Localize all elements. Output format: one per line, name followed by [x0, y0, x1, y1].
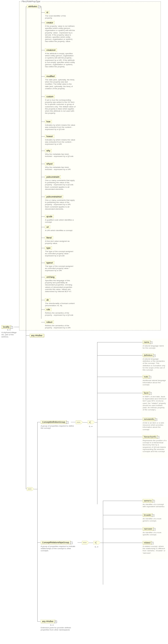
attributes-header: attributes −	[27, 5, 39, 8]
elem-sameAs: sameAs +	[143, 499, 153, 502]
collapse-icon[interactable]: −	[70, 542, 72, 544]
svg-point-7	[77, 422, 77, 422]
expand-icon[interactable]: +	[153, 354, 155, 357]
elem-note: note +	[143, 375, 149, 378]
desc-elem-hierarchyInfo: Represents the position of a concept in …	[143, 440, 166, 452]
element-locality: locality −	[2, 325, 11, 328]
desc-attr-howuri: Indicates by which means the value was e…	[45, 139, 76, 146]
expand-icon[interactable]: +	[155, 418, 157, 421]
desc-attr-qcode: A qualified code which identifies a conc…	[45, 219, 76, 223]
desc-attr-type: The type of the concept assigned as cont…	[45, 250, 76, 257]
occurrence: 0..∞	[95, 546, 98, 548]
elem-label: facet	[144, 392, 149, 394]
svg-point-4	[31, 489, 31, 489]
desc-attr-whyuri: Why the metadata has been included - exp…	[45, 166, 76, 170]
desc-attr-dir: The directionality of textual content (e…	[45, 302, 76, 306]
elem-hierarchyInfo: hierarchyInfo +	[143, 435, 157, 438]
attr-label: how	[46, 120, 50, 123]
attr-xmllang: xml:lang	[45, 276, 56, 279]
desc-elem-narrower: An identifier of a more specific concept…	[143, 532, 166, 536]
attr-role: role	[45, 308, 51, 311]
attr-whyuri: whyuri	[45, 162, 54, 166]
attr-pubconstraint: pubconstraint	[45, 175, 61, 178]
attr-label: modified	[46, 75, 55, 78]
elem-label: definition	[144, 354, 152, 356]
expand-icon[interactable]: +	[152, 514, 154, 517]
sequence-compositor-crg	[82, 540, 89, 545]
svg-point-18	[86, 542, 86, 543]
desc-locality: A city/town/village etc. part of the add…	[2, 332, 19, 338]
attr-roleuri: roleuri	[45, 320, 54, 324]
attr-label: pubconstrainturi	[46, 196, 62, 198]
choice-compositor-cdg	[88, 420, 95, 425]
group-label: ConceptRelationshipsGroup	[42, 541, 69, 544]
attr-label: whyuri	[46, 162, 53, 165]
attr-how: how	[45, 120, 52, 123]
desc-elem-broader: An identifier of a more generic concept.	[143, 518, 166, 522]
desc-attr-pubconstrainturi: One or many constraints that apply to pu…	[45, 199, 76, 210]
collapse-icon[interactable]: −	[66, 421, 68, 424]
attr-label: typeuri	[46, 262, 53, 264]
any-label: any ##other	[42, 620, 54, 622]
expand-icon[interactable]: +	[152, 500, 155, 502]
attr-label: type	[46, 247, 50, 249]
collapse-icon[interactable]: −	[38, 6, 40, 8]
svg-point-16	[83, 542, 84, 543]
desc-elem-facet: In NAR 1.8 and later, facet is deprecate…	[143, 396, 166, 411]
elem-facet: facet +	[143, 391, 150, 394]
attr-label: id	[46, 11, 48, 14]
element-label: locality	[3, 326, 10, 328]
type-title: Flex1RolePropType	[21, 0, 41, 2]
attr-label: howuri	[46, 135, 53, 138]
svg-point-3	[29, 489, 30, 489]
any-attribute: any ##other	[30, 334, 44, 337]
svg-point-2	[28, 489, 29, 489]
attributes-header-label: attributes	[28, 5, 37, 8]
desc-attr-uri: A URI which identifies a concept.	[45, 229, 76, 232]
svg-marker-19	[93, 541, 101, 544]
attr-type: type	[45, 246, 52, 250]
desc-elem-related: A related concept, where the relationshi…	[143, 545, 166, 554]
elem-label: name	[144, 341, 149, 343]
expand-icon[interactable]: +	[157, 436, 159, 438]
elem-related: related +	[143, 541, 152, 544]
attr-label: pubconstraint	[46, 176, 59, 178]
desc-attr-pubconstraint: One or many constraints that apply to pu…	[45, 179, 76, 190]
occurrence: 0..∞	[7, 329, 11, 331]
attr-dir: dir	[45, 298, 50, 302]
expand-icon[interactable]: +	[150, 342, 152, 344]
elem-label: related	[144, 542, 150, 544]
attr-modified: modified	[45, 75, 56, 78]
group-crg: ConceptRelationshipsGroup −	[41, 541, 71, 544]
any-element: any ##other +	[41, 620, 55, 623]
attr-typeuri: typeuri	[45, 261, 54, 264]
attr-howuri: howuri	[45, 135, 54, 138]
elem-label: sameAs	[144, 500, 152, 502]
expand-icon[interactable]: +	[149, 376, 151, 378]
desc-elem-remoteInfo: A link to an item or a web resource whic…	[143, 422, 166, 430]
attr-qcode: qcode	[45, 215, 54, 218]
expand-icon[interactable]: +	[55, 621, 57, 623]
elem-definition: definition +	[143, 354, 154, 357]
desc-attr-creatoruri: If the attribute is empty, specifies whi…	[45, 52, 76, 68]
elem-label: remoteInfo	[144, 418, 154, 420]
collapse-icon[interactable]: −	[11, 326, 13, 328]
attr-label: custom	[46, 95, 53, 98]
sequence-compositor	[27, 486, 34, 492]
attr-literal: literal	[45, 236, 53, 240]
attr-id: id	[45, 11, 50, 14]
attr-label: dir	[46, 299, 49, 301]
elem-label: broader	[144, 514, 151, 516]
attr-uri: uri	[45, 225, 50, 229]
attr-label: uri	[46, 226, 49, 228]
expand-icon[interactable]: +	[153, 528, 155, 530]
attr-label: xml:lang	[46, 276, 55, 278]
desc-attr-custom: If set to true the corresponding propert…	[45, 99, 76, 114]
expand-icon[interactable]: +	[149, 392, 152, 394]
expand-icon[interactable]: +	[151, 542, 154, 544]
desc-crg: A group of properties required to indica…	[41, 545, 76, 552]
desc-attr-typeuri: The type of the concept assigned as cont…	[45, 265, 76, 272]
group-label: ConceptDefinitionGroup	[42, 421, 65, 423]
attr-creator: creator	[45, 21, 55, 24]
type-frame: Flex1RolePropType	[19, 2, 161, 330]
